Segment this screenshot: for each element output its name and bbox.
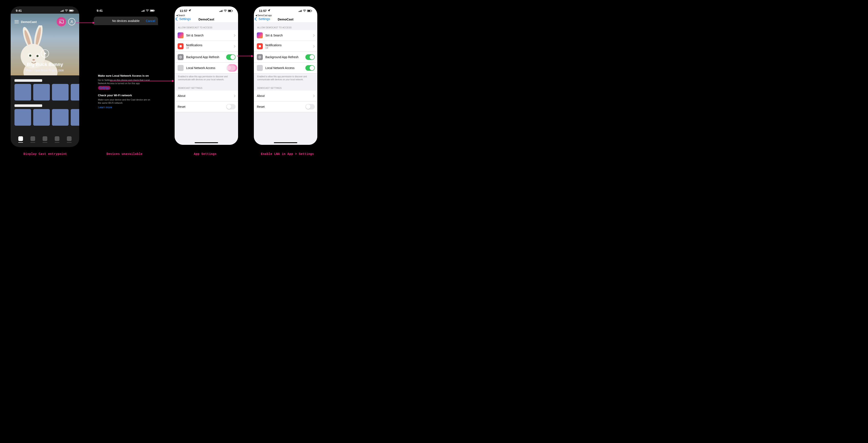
tab-item[interactable] (30, 136, 35, 143)
toggle-reset[interactable] (305, 104, 315, 109)
svg-rect-27 (150, 10, 154, 11)
content-card[interactable] (71, 109, 79, 126)
status-bar: 9:41 (92, 6, 160, 13)
row-reset[interactable]: Reset (175, 101, 238, 112)
content-card[interactable] (52, 84, 69, 100)
cast-icon (59, 20, 64, 24)
chevron-right-icon (233, 45, 236, 48)
chevron-right-icon (233, 95, 236, 97)
toggle-local-network-access[interactable] (305, 65, 315, 71)
group-header-access: ALLOW DEMOCAST TO ACCESS (254, 22, 317, 30)
settings-back-button[interactable]: Settings (176, 17, 191, 21)
svg-point-20 (71, 21, 72, 22)
battery-icon (150, 9, 155, 12)
svg-rect-43 (301, 10, 302, 12)
wifi-icon (224, 9, 227, 12)
svg-rect-48 (259, 45, 261, 47)
phone-screen-cast-entry: 9:41 (11, 6, 79, 147)
breadcrumb-back[interactable]: DemoCast app (254, 14, 317, 17)
row-label: Siri & Search (186, 34, 204, 37)
chevron-left-icon (176, 17, 179, 21)
group-header-app-settings: DEMOCAST SETTINGS (254, 83, 317, 91)
svg-rect-32 (222, 10, 222, 12)
home-indicator (195, 142, 218, 143)
svg-marker-54 (172, 80, 174, 82)
status-right (219, 9, 233, 12)
content-card[interactable] (71, 84, 79, 100)
content-card[interactable] (14, 109, 31, 126)
lna-footer-note: Enabled to allow this app permission to … (175, 73, 238, 83)
row-local-network-access[interactable]: Local Network Access (254, 63, 317, 73)
settings-back-button[interactable]: Settings (255, 17, 270, 21)
row-about[interactable]: About (254, 91, 317, 101)
svg-rect-2 (62, 10, 63, 12)
content-card[interactable] (14, 84, 31, 100)
card-strip[interactable] (11, 84, 79, 100)
row-reset[interactable]: Reset (254, 101, 317, 112)
cancel-button[interactable]: Cancel (146, 19, 155, 23)
phone-screen-settings-off: 11:57 Search Settings DemoCast ALLOW DEM… (175, 6, 238, 145)
tab-item[interactable] (18, 136, 23, 143)
cellular-signal-icon (60, 9, 64, 12)
row-sublabel: Off (186, 47, 202, 49)
svg-rect-46 (308, 10, 310, 11)
learn-more-link[interactable]: Learn more (98, 106, 112, 109)
row-label: Notifications (186, 43, 202, 47)
settings-link-highlight[interactable]: Settings (98, 86, 111, 90)
tab-item[interactable] (55, 136, 59, 143)
phone-screen-settings-on: 11:57 DemoCast app Settings DemoCast ALL… (254, 6, 317, 145)
row-siri-search[interactable]: Siri & Search (254, 30, 317, 41)
chevron-right-icon (312, 95, 315, 97)
row-label: Notifications (265, 43, 281, 47)
toggle-local-network-access[interactable] (226, 65, 236, 71)
row-local-network-access[interactable]: Local Network Access (175, 63, 238, 73)
settings-back-label: Settings (179, 17, 191, 21)
back-caret-icon (176, 15, 178, 17)
svg-rect-22 (142, 11, 143, 12)
svg-rect-40 (299, 11, 299, 12)
content-card[interactable] (33, 109, 50, 126)
svg-point-4 (66, 11, 67, 12)
row-about[interactable]: About (175, 91, 238, 101)
svg-rect-21 (142, 11, 142, 12)
svg-rect-47 (312, 10, 312, 11)
caption-2: Devices unavailable (106, 152, 143, 156)
svg-point-16 (29, 55, 31, 57)
caption-1: Display Cast entrypoint (24, 152, 67, 156)
toggle-background-refresh[interactable] (305, 54, 315, 60)
tab-item[interactable] (42, 136, 47, 143)
row-background-refresh[interactable]: Background App Refresh (254, 52, 317, 63)
play-button[interactable] (41, 50, 49, 58)
row-label: Background App Refresh (265, 55, 299, 59)
svg-point-44 (304, 11, 305, 12)
gear-icon (178, 54, 184, 60)
status-time: 11:57 (259, 9, 267, 12)
row-sublabel: Off (265, 47, 281, 49)
chevron-right-icon (312, 45, 315, 48)
row-label: Local Network Access (186, 66, 215, 70)
content-card[interactable] (33, 84, 50, 100)
hero-subtitle: Peach Open Movie Project, 2008 (11, 69, 79, 72)
row-label: Local Network Access (265, 66, 294, 70)
row-siri-search[interactable]: Siri & Search (175, 30, 238, 41)
row-notifications[interactable]: Notifications Off (254, 41, 317, 52)
hamburger-menu-icon[interactable] (14, 20, 19, 23)
chevron-right-icon (233, 34, 236, 37)
lna-app-icon (257, 65, 263, 71)
toggle-background-refresh[interactable] (226, 54, 236, 60)
profile-button[interactable] (68, 18, 75, 25)
row-background-refresh[interactable]: Background App Refresh (175, 52, 238, 63)
notifications-icon (178, 43, 184, 49)
notifications-icon (257, 43, 263, 49)
tab-item[interactable] (67, 136, 71, 143)
toggle-reset[interactable] (226, 104, 236, 109)
card-strip[interactable] (11, 109, 79, 126)
breadcrumb-back[interactable]: Search (175, 14, 238, 17)
row-notifications[interactable]: Notifications Off (175, 41, 238, 52)
gear-icon (257, 54, 263, 60)
cast-button-highlight[interactable] (57, 17, 66, 26)
phone-screen-no-devices: 9:41 No devices available Cancel Make su… (92, 6, 160, 147)
settings-body: ALLOW DEMOCAST TO ACCESS Siri & Search N… (254, 22, 317, 145)
lna-app-icon (178, 65, 184, 71)
content-card[interactable] (52, 109, 69, 126)
